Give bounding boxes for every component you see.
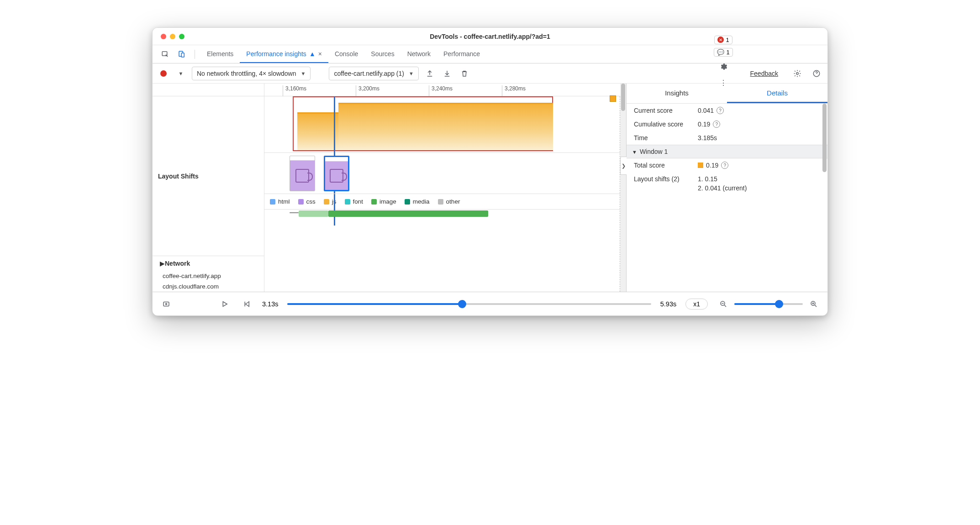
screenshot-strip — [264, 153, 626, 194]
layout-shift-chart[interactable] — [264, 96, 626, 153]
throttling-select[interactable]: No network throttling, 4× slowdown▼ — [192, 67, 311, 80]
score-swatch-icon — [698, 163, 703, 168]
svg-rect-2 — [181, 53, 184, 57]
panel-expand-handle[interactable]: ❯ — [620, 157, 627, 175]
zoom-out-icon[interactable] — [717, 298, 730, 310]
record-menu-caret[interactable]: ▼ — [174, 67, 187, 80]
total-score-label: Total score — [634, 162, 698, 169]
device-toggle-icon[interactable] — [175, 48, 188, 61]
help-icon[interactable]: ? — [713, 121, 720, 128]
tab-performance[interactable]: Performance — [437, 45, 486, 63]
playback-start-time: 3.13s — [262, 300, 278, 308]
play-button-icon[interactable] — [218, 298, 231, 310]
error-badge[interactable]: ✕1 — [714, 36, 732, 44]
delete-icon[interactable] — [458, 67, 471, 80]
timeline-panel: Layout Shifts ▶Network coffee-cart.netli… — [153, 84, 627, 292]
rewind-start-icon[interactable] — [240, 298, 253, 310]
playback-speed-pill[interactable]: x1 — [685, 299, 708, 310]
main-content: Layout Shifts ▶Network coffee-cart.netli… — [153, 84, 827, 292]
timeline-canvas[interactable]: 3,160ms 3,200ms 3,240ms 3,280ms — [264, 84, 626, 292]
network-host-row[interactable]: cdnjs.cloudflare.com — [153, 281, 264, 292]
tab-elements[interactable]: Elements — [200, 45, 240, 63]
network-section-toggle[interactable]: ▶Network — [153, 256, 264, 271]
export-icon[interactable] — [423, 67, 436, 80]
window-section-header[interactable]: ▼Window 1 — [627, 145, 827, 158]
total-score-value: 0.19 — [706, 162, 718, 169]
zoom-controls — [717, 298, 820, 310]
playback-bar: 3.13s 5.93s x1 — [153, 292, 827, 315]
time-ruler: 3,160ms 3,200ms 3,240ms 3,280ms — [264, 84, 626, 96]
playback-end-time: 5.93s — [660, 300, 676, 308]
details-panel: ❯ Insights Details Current score 0.041? … — [627, 84, 827, 292]
tab-sources[interactable]: Sources — [364, 45, 400, 63]
tab-network[interactable]: Network — [401, 45, 437, 63]
record-button[interactable] — [157, 67, 170, 80]
track-labels: Layout Shifts ▶Network coffee-cart.netli… — [153, 84, 264, 292]
zoom-slider[interactable] — [734, 303, 803, 305]
tab-performance-insights[interactable]: Performance insights ▲ × — [240, 45, 328, 63]
layout-shift-item[interactable]: 1. 0.15 — [698, 175, 717, 183]
playback-slider[interactable] — [287, 303, 651, 305]
flask-icon: ▲ — [309, 50, 316, 58]
close-tab-icon[interactable]: × — [318, 50, 322, 58]
devtools-tabbar: Elements Performance insights ▲ × Consol… — [153, 45, 827, 63]
details-scrollbar[interactable] — [822, 84, 827, 292]
tab-insights[interactable]: Insights — [627, 84, 727, 103]
svg-rect-5 — [163, 302, 169, 306]
cumulative-score-value: 0.19 — [698, 121, 710, 128]
import-icon[interactable] — [441, 67, 453, 80]
zoom-in-icon[interactable] — [807, 298, 820, 310]
screenshot-thumb-selected[interactable] — [324, 156, 349, 191]
layout-shift-item[interactable]: 2. 0.041 (current) — [698, 184, 747, 192]
tab-console[interactable]: Console — [328, 45, 364, 63]
current-score-value: 0.041 — [698, 107, 714, 114]
tab-details[interactable]: Details — [727, 84, 827, 103]
network-waterfall[interactable] — [264, 210, 626, 228]
preview-toggle-icon[interactable] — [160, 298, 173, 310]
inspect-icon[interactable] — [159, 48, 172, 61]
devtools-window: DevTools - coffee-cart.netlify.app/?ad=1… — [152, 27, 828, 316]
time-label: Time — [634, 134, 698, 142]
network-host-row[interactable]: coffee-cart.netlify.app — [153, 271, 264, 281]
recording-select[interactable]: coffee-cart.netlify.app (1)▼ — [329, 67, 418, 80]
network-legend: html css js font image media other — [264, 194, 626, 210]
current-score-label: Current score — [634, 107, 698, 114]
help-icon[interactable]: ? — [721, 162, 728, 169]
time-value: 3.185s — [698, 134, 717, 142]
help-icon[interactable]: ? — [717, 107, 724, 114]
layout-shifts-label: Layout shifts (2) — [634, 175, 698, 183]
screenshot-thumb[interactable] — [290, 156, 315, 191]
svg-point-6 — [166, 303, 167, 304]
cumulative-score-label: Cumulative score — [634, 121, 698, 128]
details-tabbar: Insights Details — [627, 84, 827, 104]
settings-gear-icon[interactable] — [717, 60, 730, 73]
message-badge[interactable]: 💬1 — [714, 48, 732, 57]
layout-shifts-label: Layout Shifts — [153, 96, 264, 256]
vertical-scrollbar[interactable] — [620, 84, 626, 292]
more-tabs-icon[interactable]: » — [717, 27, 730, 32]
